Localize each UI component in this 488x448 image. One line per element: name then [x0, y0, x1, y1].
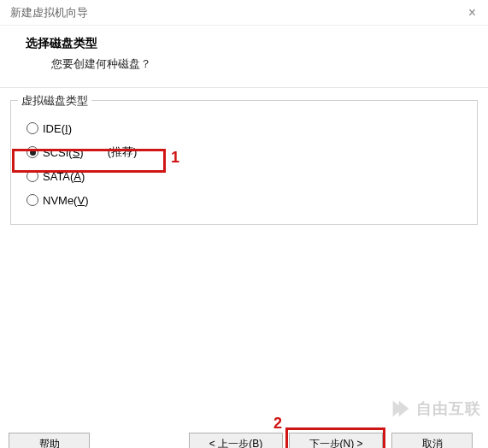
radio-label-nvme: NVMe(V)	[43, 194, 88, 207]
watermark-logo-icon	[389, 397, 413, 421]
radio-option-nvme[interactable]: NVMe(V)	[23, 188, 465, 212]
back-button[interactable]: < 上一步(B)	[189, 433, 283, 448]
page-title: 选择磁盘类型	[26, 36, 462, 51]
close-icon[interactable]: ×	[468, 5, 476, 21]
radio-label-ide: IDE(I)	[43, 122, 72, 135]
wizard-header: 选择磁盘类型 您要创建何种磁盘？	[0, 26, 488, 87]
fieldset-legend: 虚拟磁盘类型	[18, 93, 91, 109]
page-subtitle: 您要创建何种磁盘？	[51, 56, 462, 72]
radio-icon	[26, 122, 38, 134]
title-bar: 新建虚拟机向导 ×	[0, 0, 488, 26]
cancel-button[interactable]: 取消	[391, 433, 473, 448]
help-button[interactable]: 帮助	[9, 433, 90, 448]
disk-type-fieldset: 虚拟磁盘类型 IDE(I) SCSI(S) (推荐) SATA(A) NVMe(…	[10, 100, 478, 225]
radio-icon	[26, 194, 38, 206]
radio-option-sata[interactable]: SATA(A)	[23, 164, 465, 188]
window-title: 新建虚拟机向导	[10, 5, 88, 21]
radio-option-scsi[interactable]: SCSI(S) (推荐)	[23, 140, 465, 164]
content-area: 虚拟磁盘类型 IDE(I) SCSI(S) (推荐) SATA(A) NVMe(…	[0, 88, 488, 225]
radio-label-sata: SATA(A)	[43, 170, 85, 183]
button-bar: 帮助 < 上一步(B) 下一步(N) > 取消	[0, 424, 488, 448]
radio-icon	[26, 170, 38, 182]
next-button[interactable]: 下一步(N) >	[289, 433, 383, 448]
radio-option-ide[interactable]: IDE(I)	[23, 116, 465, 140]
scsi-recommended-badge: (推荐)	[108, 144, 138, 160]
radio-icon	[26, 146, 38, 158]
annotation-number-1: 1	[171, 149, 179, 167]
watermark: 自由互联	[389, 397, 481, 421]
radio-label-scsi: SCSI(S)	[43, 146, 84, 159]
